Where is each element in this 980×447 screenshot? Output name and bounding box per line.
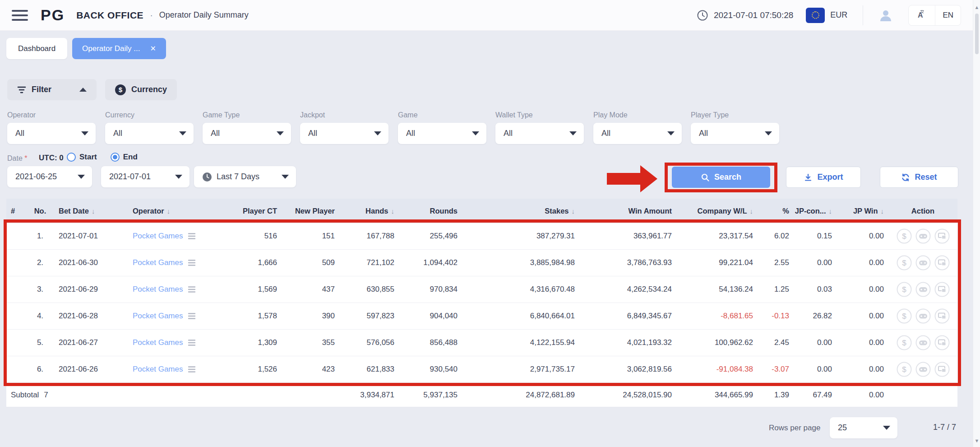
export-label: Export: [817, 172, 843, 182]
column-header-jp-win[interactable]: JP Win↓: [837, 199, 888, 223]
tab-dashboard[interactable]: Dashboard: [6, 38, 67, 59]
row-menu-icon[interactable]: [188, 233, 197, 240]
cell-value: 597,823: [367, 312, 394, 321]
sort-descending-icon[interactable]: ↓: [881, 207, 884, 215]
gamepad-action-button[interactable]: [915, 362, 931, 377]
cell-stakes: 4,316,670.48: [462, 276, 579, 303]
gamepad-action-button[interactable]: [915, 308, 931, 324]
export-button[interactable]: Export: [786, 167, 861, 188]
filter-select-wallet-type[interactable]: All: [495, 123, 584, 144]
cell-new-player: 151: [282, 223, 339, 249]
currency-toggle-button[interactable]: $ Currency: [105, 79, 177, 100]
cell-value: 1,094,402: [423, 258, 458, 267]
search-button[interactable]: Search: [672, 167, 770, 188]
devices-action-button[interactable]: [934, 308, 950, 324]
operator-link[interactable]: Pocket Games: [133, 285, 183, 294]
filter-select-currency[interactable]: All: [105, 123, 194, 144]
cell-idx: [6, 276, 26, 303]
sort-descending-icon[interactable]: ↓: [829, 207, 832, 215]
language-switcher[interactable]: A EN: [908, 5, 961, 26]
dollar-action-button[interactable]: $: [897, 308, 912, 324]
radio-icon: [67, 153, 76, 162]
row-menu-icon[interactable]: [188, 286, 197, 293]
end-date-select[interactable]: 2021-07-01: [101, 166, 190, 187]
vertical-scrollbar[interactable]: ▲ ▼: [973, 0, 980, 447]
column-header-company-w-l[interactable]: Company W/L↓: [676, 199, 758, 223]
row-menu-icon[interactable]: [188, 366, 197, 373]
hamburger-menu-icon[interactable]: [12, 10, 28, 21]
cell-new-player: 423: [282, 356, 339, 382]
row-menu-icon[interactable]: [188, 259, 197, 266]
filter-select-game[interactable]: All: [398, 123, 486, 144]
user-icon[interactable]: [878, 8, 893, 23]
sort-descending-icon[interactable]: ↓: [572, 207, 575, 215]
column-label: Rounds: [430, 207, 458, 215]
operator-link[interactable]: Pocket Games: [133, 312, 183, 321]
rows-per-page-select[interactable]: 25: [830, 417, 897, 438]
operator-link[interactable]: Pocket Games: [133, 232, 183, 241]
operator-link[interactable]: Pocket Games: [133, 258, 183, 267]
scroll-down-icon[interactable]: ▼: [973, 438, 980, 443]
operator-link[interactable]: Pocket Games: [133, 365, 183, 374]
cell-value: 167,788: [367, 232, 394, 241]
radio-end[interactable]: End: [111, 153, 138, 162]
sort-descending-icon[interactable]: ↓: [167, 207, 171, 215]
filter-select-operator[interactable]: All: [7, 123, 96, 144]
row-menu-icon[interactable]: [188, 312, 197, 320]
close-icon[interactable]: ✕: [150, 44, 156, 53]
filter-select-game-type[interactable]: All: [203, 123, 291, 144]
sort-descending-icon[interactable]: ↓: [391, 207, 395, 215]
subtotal-value: 24,872,681.89: [526, 391, 575, 400]
row-menu-icon[interactable]: [188, 339, 197, 346]
sort-descending-icon[interactable]: ↓: [92, 207, 95, 215]
dollar-action-button[interactable]: $: [897, 255, 912, 270]
devices-action-button[interactable]: [934, 282, 950, 297]
eu-flag-icon[interactable]: [806, 8, 825, 23]
dollar-action-button[interactable]: $: [897, 335, 912, 350]
scrollbar-thumb[interactable]: [975, 14, 979, 54]
column-header-stakes[interactable]: Stakes↓: [462, 199, 579, 223]
gamepad-action-button[interactable]: [915, 228, 931, 244]
gamepad-action-button[interactable]: [915, 335, 931, 350]
devices-action-button[interactable]: [934, 335, 950, 350]
dollar-action-button[interactable]: $: [897, 228, 912, 244]
radio-start[interactable]: Start: [67, 153, 97, 162]
filter-select-play-mode[interactable]: All: [593, 123, 682, 144]
svg-text:$: $: [902, 285, 906, 294]
rows-per-page-label: Rows per page: [769, 424, 820, 433]
cell-jp-con: 0.00: [794, 330, 837, 356]
cell-stakes: 4,122,155.94: [462, 330, 579, 356]
operator-link[interactable]: Pocket Games: [133, 338, 183, 347]
reset-button[interactable]: Reset: [880, 167, 958, 188]
filter-icon: [17, 86, 26, 94]
devices-action-button[interactable]: [934, 362, 950, 377]
gamepad-action-button[interactable]: [915, 255, 931, 270]
filter-select-jackpot[interactable]: All: [300, 123, 388, 144]
cell-win-amount: 3,062,819.56: [579, 356, 676, 382]
date-preset-select[interactable]: Last 7 Days: [194, 166, 296, 187]
dollar-action-button[interactable]: $: [897, 282, 912, 297]
dollar-action-button[interactable]: $: [897, 362, 912, 377]
cell-value: 255,496: [430, 232, 458, 241]
column-header-new-player: New Player: [282, 199, 339, 223]
tab-operator-daily-summary[interactable]: Operator Daily ... ✕: [72, 38, 166, 59]
devices-action-button[interactable]: [934, 255, 950, 270]
filter-toggle-button[interactable]: Filter: [7, 79, 97, 100]
cell-value: 151: [322, 232, 335, 241]
column-header-bet-date[interactable]: Bet Date↓: [54, 199, 128, 223]
filter-select-player-type[interactable]: All: [691, 123, 779, 144]
scroll-up-icon[interactable]: ▲: [973, 5, 980, 10]
column-header-jp-con[interactable]: JP-con...↓: [794, 199, 837, 223]
column-header-operator[interactable]: Operator↓: [128, 199, 236, 223]
currency-code[interactable]: EUR: [830, 10, 847, 20]
cell-rounds: 904,040: [399, 303, 462, 329]
sort-descending-icon[interactable]: ↓: [750, 207, 753, 215]
language-code[interactable]: EN: [935, 5, 961, 25]
gamepad-action-button[interactable]: [915, 282, 931, 297]
column-header-hands[interactable]: Hands↓: [339, 199, 399, 223]
page-title: Operator Daily Summary: [159, 10, 249, 20]
translate-icon[interactable]: A: [909, 5, 935, 25]
cell-value: 1,526: [258, 365, 277, 374]
devices-action-button[interactable]: [934, 228, 950, 244]
start-date-select[interactable]: 2021-06-25: [7, 166, 92, 187]
